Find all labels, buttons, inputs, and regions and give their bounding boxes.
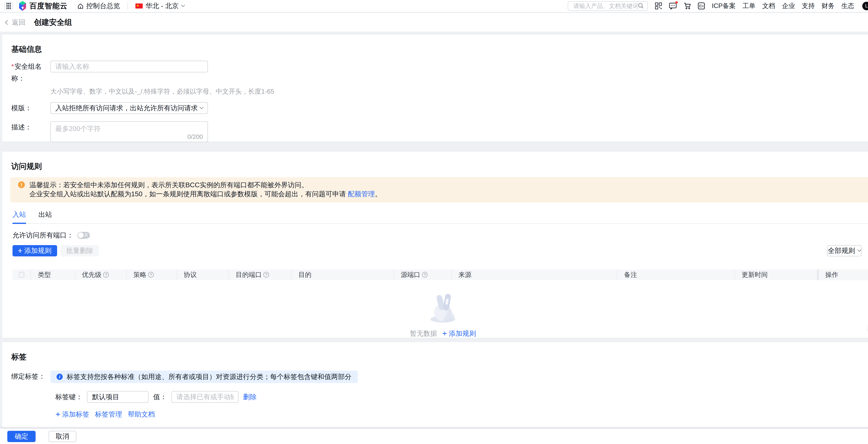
- top-nav-bar: 百度智能云 控制台总览 ★ 华北 - 北京: [0, 0, 868, 12]
- select-all-cell: [12, 269, 31, 280]
- info-icon: i: [57, 374, 63, 380]
- language-icon[interactable]: En: [698, 2, 705, 9]
- search-input[interactable]: [573, 3, 638, 9]
- top-nav-left: 百度智能云 控制台总览 ★ 华北 - 北京: [4, 1, 184, 11]
- name-label: *安全组名称：: [11, 61, 50, 84]
- basic-info-title: 基础信息: [2, 35, 868, 54]
- char-counter: 0/200: [187, 133, 203, 140]
- user-avatar[interactable]: L: [862, 2, 868, 10]
- tags-info-banner: i 标签支持您按各种标准（如用途、所有者或项目）对资源进行分类；每个标签包含键和…: [50, 371, 358, 383]
- template-select-value: 入站拒绝所有访问请求，出站允许所有访问请求: [55, 103, 200, 113]
- nav-support[interactable]: 支持: [802, 2, 815, 10]
- bind-tags-label: 绑定标签：: [11, 371, 50, 382]
- required-mark: *: [11, 63, 14, 70]
- col-update-time: 更新时间: [735, 269, 818, 280]
- template-select[interactable]: 入站拒绝所有访问请求，出站允许所有访问请求: [50, 102, 208, 114]
- nav-finance[interactable]: 财务: [822, 2, 835, 10]
- description-textarea[interactable]: [50, 121, 208, 142]
- rule-filter-value: 全部规则: [828, 246, 855, 255]
- description-label: 描述：: [11, 121, 50, 133]
- tag-key-input[interactable]: [87, 391, 149, 403]
- qr-code-icon[interactable]: [655, 2, 662, 9]
- search-icon[interactable]: [638, 3, 644, 9]
- baidu-cloud-logo-icon: [18, 1, 27, 11]
- confirm-button[interactable]: 确定: [7, 431, 36, 442]
- nav-docs[interactable]: 文档: [762, 2, 775, 10]
- breadcrumb: 返回 创建安全组: [0, 13, 868, 32]
- tag-links-row: 添加标签 标签管理 帮助文档: [56, 410, 868, 419]
- name-helper-text: 大小写字母、数字，中文以及-_/.特殊字符，必须以字母、中文开头，长度1-65: [50, 87, 868, 96]
- cancel-button[interactable]: 取消: [49, 431, 76, 442]
- back-chevron-icon[interactable]: [5, 20, 10, 25]
- col-policy: 策略?: [127, 269, 177, 280]
- nav-icp[interactable]: ICP备案: [712, 2, 736, 10]
- select-all-checkbox[interactable]: [19, 272, 25, 277]
- help-icon[interactable]: ?: [422, 272, 428, 277]
- cart-icon[interactable]: [684, 2, 691, 9]
- help-icon[interactable]: ?: [148, 272, 154, 277]
- help-icon[interactable]: ?: [264, 272, 269, 277]
- back-link[interactable]: 返回: [12, 18, 25, 27]
- tag-manage-link[interactable]: 标签管理: [95, 410, 122, 419]
- tags-info-text: 标签支持您按各种标准（如用途、所有者或项目）对资源进行分类；每个标签包含键和值两…: [67, 372, 351, 382]
- alert-line2: 企业安全组入站或出站默认配额为150，如一条规则使用离散端口或参数模版，可能会超…: [29, 189, 381, 199]
- nav-enterprise[interactable]: 企业: [782, 2, 795, 10]
- region-selector[interactable]: ★ 华北 - 北京: [135, 1, 184, 10]
- access-rules-section: 访问规则 ! 温馨提示：若安全组中未添加任何规则，表示所关联BCC实例的所有端口…: [2, 152, 868, 338]
- help-doc-link[interactable]: 帮助文档: [128, 410, 155, 419]
- nav-ecosystem[interactable]: 生态: [841, 2, 854, 10]
- name-row: *安全组名称：: [11, 61, 868, 84]
- empty-state: 暂无数据 添加规则: [12, 280, 868, 338]
- toggle-knob: [78, 232, 84, 238]
- bind-tags-row: 绑定标签： i 标签支持您按各种标准（如用途、所有者或项目）对资源进行分类；每个…: [11, 371, 868, 383]
- template-label: 模版：: [11, 102, 50, 114]
- help-icon[interactable]: ?: [103, 272, 109, 277]
- chevron-down-icon: [857, 248, 861, 252]
- empty-text: 暂无数据: [410, 329, 437, 338]
- tags-section: 标签 绑定标签： i 标签支持您按各种标准（如用途、所有者或项目）对资源进行分类…: [2, 342, 868, 427]
- col-actions: 操作: [818, 269, 868, 280]
- tab-inbound[interactable]: 入站: [12, 210, 26, 223]
- col-dest-port: 目的端口?: [229, 269, 292, 280]
- tags-title: 标签: [2, 342, 868, 362]
- plus-icon: [443, 331, 447, 335]
- nav-tickets[interactable]: 工单: [743, 2, 755, 10]
- logo-text: 百度智能云: [29, 1, 67, 11]
- console-overview-label: 控制台总览: [86, 1, 120, 10]
- empty-illustration: [425, 294, 460, 323]
- batch-delete-button[interactable]: 批量删除: [60, 245, 99, 257]
- col-protocol: 协议: [177, 269, 229, 280]
- rule-filter-select[interactable]: 全部规则: [827, 245, 862, 257]
- tab-outbound[interactable]: 出站: [38, 210, 52, 223]
- col-remark: 备注: [617, 269, 735, 280]
- tag-value-input[interactable]: [172, 391, 239, 403]
- tag-editor-row: 标签键： 值： 删除: [55, 391, 868, 403]
- col-source: 来源: [452, 269, 617, 280]
- quota-management-link[interactable]: 配额管理: [348, 190, 375, 198]
- col-type: 类型: [31, 269, 75, 280]
- allow-all-ports-toggle[interactable]: 关: [78, 232, 90, 239]
- add-rule-button[interactable]: 添加规则: [12, 245, 57, 257]
- add-tag-link[interactable]: 添加标签: [56, 410, 89, 419]
- footer-action-bar: 确定 取消: [0, 429, 868, 444]
- access-rules-title: 访问规则: [2, 152, 868, 172]
- home-icon: [77, 3, 84, 9]
- direction-tabs: 入站 出站: [12, 210, 868, 224]
- security-group-name-input[interactable]: [50, 61, 208, 72]
- console-overview-link[interactable]: 控制台总览: [77, 1, 120, 10]
- tag-delete-link[interactable]: 删除: [243, 392, 256, 402]
- messages-icon[interactable]: [669, 2, 677, 9]
- rules-table-header: 类型 优先级? 策略? 协议 目的端口? 目的 源端口? 来源 备注 更新时间 …: [12, 269, 868, 280]
- chevron-down-icon: [181, 3, 185, 7]
- warning-alert: ! 温馨提示：若安全组中未添加任何规则，表示所关联BCC实例的所有端口都不能被外…: [10, 177, 868, 203]
- divider: [127, 3, 128, 9]
- notification-badge: [675, 1, 678, 4]
- global-search[interactable]: [568, 1, 648, 11]
- top-nav-right: En ICP备案 工单 文档 企业 支持 财务 生态 L: [568, 1, 868, 11]
- col-source-port: 源端口?: [394, 269, 452, 280]
- empty-add-rule-link[interactable]: 添加规则: [443, 329, 476, 338]
- china-flag-icon: ★: [135, 3, 143, 8]
- tag-value-label: 值：: [153, 392, 167, 402]
- app-launcher-icon[interactable]: [4, 2, 13, 10]
- baidu-cloud-logo[interactable]: 百度智能云: [18, 1, 67, 11]
